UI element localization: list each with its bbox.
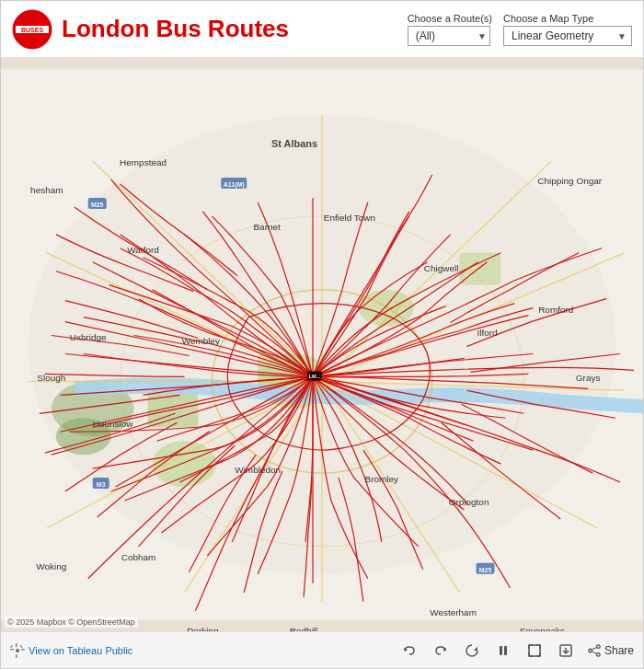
svg-text:Wimbledon: Wimbledon bbox=[235, 465, 281, 475]
map-area[interactable]: M25 M3 M25 M23 A11(M) Hempstead hesham W… bbox=[1, 58, 643, 631]
svg-text:A11(M): A11(M) bbox=[224, 181, 245, 189]
svg-point-79 bbox=[597, 652, 601, 656]
maptype-control-group: Choose a Map Type Linear GeometryCurvedD… bbox=[503, 13, 632, 46]
svg-text:Enfield Town: Enfield Town bbox=[324, 213, 375, 223]
svg-line-81 bbox=[592, 647, 596, 650]
svg-text:Westerham: Westerham bbox=[430, 607, 477, 617]
maptype-select[interactable]: Linear GeometryCurvedDensity bbox=[503, 26, 632, 46]
page-title: London Bus Routes bbox=[62, 15, 289, 43]
svg-text:Romford: Romford bbox=[538, 305, 573, 315]
svg-rect-65 bbox=[16, 643, 17, 647]
svg-point-71 bbox=[16, 649, 19, 652]
view-on-tableau-link[interactable]: View on Tableau Public bbox=[29, 645, 132, 656]
pause-button[interactable] bbox=[494, 641, 512, 660]
pause-icon bbox=[496, 643, 511, 658]
svg-point-80 bbox=[589, 649, 592, 652]
route-select[interactable]: (All) bbox=[408, 26, 490, 46]
svg-rect-73 bbox=[500, 646, 502, 655]
svg-text:M25: M25 bbox=[479, 567, 492, 573]
share-label: Share bbox=[604, 644, 634, 657]
svg-rect-66 bbox=[16, 654, 17, 658]
svg-text:Cobham: Cobham bbox=[121, 552, 156, 562]
redo-icon bbox=[433, 643, 448, 658]
route-control-group: Choose a Route(s) (All) ▼ bbox=[408, 13, 492, 46]
map-credits: © 2025 Mapbox © OpenStreetMap bbox=[5, 617, 138, 628]
svg-text:M3: M3 bbox=[97, 481, 106, 488]
svg-text:Dorking: Dorking bbox=[187, 626, 218, 631]
route-select-wrapper[interactable]: (All) ▼ bbox=[408, 26, 492, 46]
tfl-logo-icon: BUSES bbox=[12, 9, 52, 50]
svg-text:Redhill: Redhill bbox=[290, 626, 317, 631]
svg-rect-74 bbox=[504, 646, 507, 655]
map-canvas: M25 M3 M25 M23 A11(M) Hempstead hesham W… bbox=[1, 58, 643, 631]
fullscreen-button[interactable] bbox=[525, 641, 544, 660]
svg-text:Sevenoaks: Sevenoaks bbox=[520, 626, 565, 631]
svg-rect-70 bbox=[20, 644, 23, 647]
fullscreen-icon bbox=[527, 643, 542, 658]
header-left: BUSES London Bus Routes bbox=[12, 9, 289, 50]
download-icon bbox=[558, 643, 573, 658]
svg-text:M25: M25 bbox=[91, 202, 104, 208]
svg-text:St Albans: St Albans bbox=[271, 138, 317, 149]
svg-text:LM...: LM... bbox=[309, 374, 321, 379]
share-icon bbox=[588, 644, 601, 657]
svg-rect-75 bbox=[529, 645, 540, 656]
svg-rect-67 bbox=[10, 649, 14, 651]
download-button[interactable] bbox=[557, 641, 575, 660]
revert-button[interactable] bbox=[463, 641, 481, 660]
svg-rect-68 bbox=[21, 649, 25, 651]
footer-toolbar: View on Tableau Public bbox=[1, 631, 643, 668]
svg-text:Woking: Woking bbox=[36, 561, 66, 571]
svg-text:Chigwell: Chigwell bbox=[424, 263, 459, 273]
header-controls: Choose a Route(s) (All) ▼ Choose a Map T… bbox=[408, 13, 632, 46]
footer-left: View on Tableau Public bbox=[10, 643, 400, 658]
revert-icon bbox=[465, 643, 479, 658]
tableau-icon bbox=[10, 643, 25, 658]
svg-rect-69 bbox=[10, 645, 13, 648]
maptype-label: Choose a Map Type bbox=[503, 13, 632, 24]
maptype-select-wrapper[interactable]: Linear GeometryCurvedDensity ▼ bbox=[503, 26, 632, 46]
svg-text:hesham: hesham bbox=[30, 185, 63, 195]
redo-button[interactable] bbox=[431, 641, 450, 660]
header: BUSES London Bus Routes Choose a Route(s… bbox=[1, 1, 643, 58]
route-label: Choose a Route(s) bbox=[408, 13, 492, 24]
svg-text:Chipping Ongar: Chipping Ongar bbox=[537, 176, 603, 186]
svg-marker-72 bbox=[474, 647, 477, 651]
share-button[interactable]: Share bbox=[588, 644, 634, 657]
svg-line-82 bbox=[592, 651, 596, 653]
undo-button[interactable] bbox=[400, 641, 419, 660]
footer-right: Share bbox=[400, 641, 634, 660]
svg-text:Grays: Grays bbox=[576, 373, 601, 383]
svg-text:Hempstead: Hempstead bbox=[120, 157, 167, 167]
svg-text:BUSES: BUSES bbox=[21, 27, 43, 33]
undo-icon bbox=[402, 643, 417, 658]
svg-point-78 bbox=[597, 644, 601, 648]
